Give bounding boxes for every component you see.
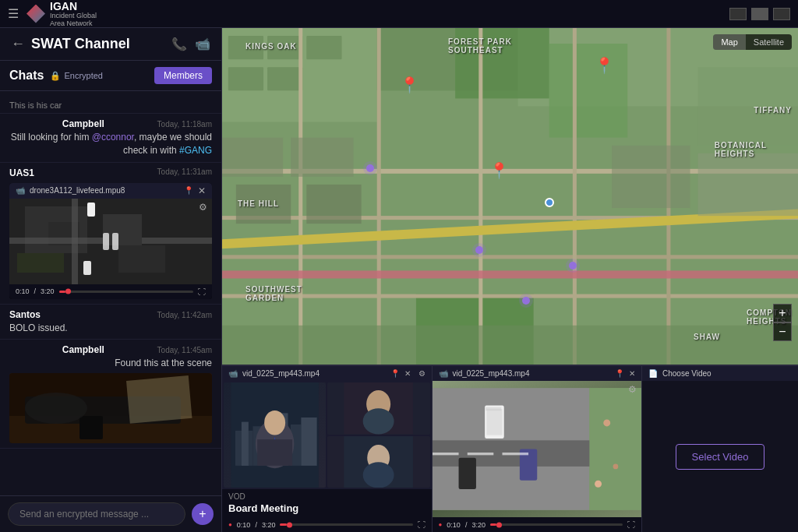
- window-btn-2[interactable]: [751, 8, 768, 20]
- msg-meta: Campbell Today, 11:18am: [9, 118, 212, 129]
- progress-bar-1[interactable]: [280, 523, 412, 526]
- map-area[interactable]: KINGS OAK FOREST PARKSOUTHEAST BOTANICAL…: [222, 28, 798, 365]
- district-southwest-garden: SOUTHWESTGARDEN: [245, 285, 302, 302]
- expand-icon-2[interactable]: ⛶: [627, 520, 635, 529]
- settings-icon[interactable]: ⚙: [199, 202, 207, 213]
- pin-purple-1[interactable]: [366, 164, 374, 172]
- settings-icon-2[interactable]: ⚙: [628, 384, 637, 395]
- close-icon-1[interactable]: ✕: [404, 369, 411, 378]
- record-dot-2: ●: [439, 521, 443, 528]
- channel-title: SWAT Channel: [31, 36, 165, 52]
- close-icon-2[interactable]: ✕: [629, 369, 635, 378]
- file-icon: 📄: [648, 369, 658, 378]
- members-button[interactable]: Members: [154, 67, 212, 84]
- video-thumb-img: ⚙: [9, 199, 212, 284]
- choose-video-header: 📄 Choose Video: [642, 366, 798, 381]
- uas-sender: UAS1: [9, 167, 34, 178]
- svg-rect-5: [17, 253, 64, 273]
- video-strip: 📹 vid_0225_mp443.mp4 📍 ✕ ⚙ 0:13: [222, 365, 798, 532]
- svg-rect-8: [87, 203, 95, 217]
- svg-rect-30: [222, 255, 798, 259]
- svg-rect-4: [72, 199, 78, 284]
- district-tiffany: TIFFANY: [754, 106, 792, 115]
- back-button[interactable]: ←: [11, 36, 25, 52]
- svg-rect-25: [306, 36, 341, 59]
- video-panel-1-header: 📹 vid_0225_mp443.mp4 📍 ✕ ⚙: [222, 366, 432, 381]
- svg-rect-26: [228, 67, 263, 90]
- progress-fill: [59, 291, 66, 293]
- map-svg: [222, 28, 798, 365]
- meeting-grid: [222, 381, 432, 489]
- lock-icon: 🔒: [50, 71, 61, 81]
- speaker2-svg: [327, 382, 429, 435]
- pin-red-1[interactable]: 📍: [400, 76, 419, 94]
- pin-blue-dot[interactable]: [545, 198, 554, 207]
- svg-rect-40: [306, 185, 361, 224]
- aerial-view: ⚙: [433, 381, 642, 517]
- chats-bar: Chats 🔒 Encrypted Members: [0, 61, 221, 91]
- pin-purple-4[interactable]: [522, 297, 530, 305]
- svg-rect-43: [612, 146, 690, 208]
- progress-bar[interactable]: [59, 291, 193, 293]
- svg-rect-7: [118, 245, 165, 273]
- select-area: Select Video: [642, 381, 798, 532]
- select-video-button[interactable]: Select Video: [676, 444, 765, 470]
- message-input[interactable]: [8, 502, 185, 526]
- svg-rect-21: [549, 44, 627, 138]
- video-icon-1: 📹: [228, 369, 238, 378]
- hamburger-icon[interactable]: ☰: [8, 6, 19, 21]
- svg-rect-45: [698, 153, 798, 216]
- map-type-satellite[interactable]: Satellite: [746, 34, 792, 50]
- video-controls-1: ● 0:10 / 3:20 ⛶: [222, 517, 432, 532]
- zoom-out-button[interactable]: −: [773, 322, 792, 341]
- svg-rect-49: [242, 422, 249, 466]
- santos-time: Today, 11:42am: [157, 311, 212, 319]
- settings-icon-1[interactable]: ⚙: [418, 369, 425, 378]
- video-filename-1: vid_0225_mp443.mp4: [242, 369, 320, 378]
- window-controls: [729, 8, 790, 20]
- progress-bar-2[interactable]: [490, 523, 623, 526]
- record-dot-1: ●: [228, 521, 232, 528]
- aerial-svg: [433, 381, 642, 517]
- message-group: Campbell Today, 11:18am Still looking fo…: [0, 114, 221, 163]
- brand-name: IGAN: [50, 0, 97, 12]
- svg-rect-57: [257, 439, 292, 466]
- input-area: +: [0, 495, 221, 532]
- pin-purple-2[interactable]: [475, 246, 483, 254]
- messages-area[interactable]: This is his car Campbell Today, 11:18am …: [0, 91, 221, 495]
- zoom-in-button[interactable]: +: [773, 304, 792, 322]
- svg-rect-53: [301, 417, 316, 466]
- video-controls: 0:10 / 3:20 ⛶: [9, 284, 212, 299]
- video-panel-1: 📹 vid_0225_mp443.mp4 📍 ✕ ⚙ 0:13: [222, 366, 433, 532]
- svg-point-77: [613, 464, 618, 470]
- district-forest-park: FOREST PARKSOUTHEAST: [448, 37, 512, 55]
- window-btn-1[interactable]: [729, 8, 747, 20]
- chats-label: Chats: [9, 69, 44, 83]
- svg-rect-13: [79, 416, 103, 439]
- expand-icon[interactable]: ⛶: [198, 287, 206, 296]
- pin-red-2[interactable]: 📍: [595, 56, 614, 75]
- encrypted-badge: 🔒 Encrypted: [50, 71, 103, 81]
- pin-red-3[interactable]: 📍: [489, 161, 509, 180]
- video-icon-2: 📹: [439, 369, 448, 378]
- close-icon[interactable]: ✕: [198, 185, 206, 196]
- santos-meta: Santos Today, 11:42am: [9, 309, 212, 320]
- send-button[interactable]: +: [192, 503, 214, 525]
- video-call-icon[interactable]: 📹: [195, 37, 210, 51]
- time-total: 3:20: [41, 287, 55, 295]
- logo-diamond: [26, 5, 45, 23]
- video-main-content-2: ⚙: [433, 381, 642, 517]
- uas-time: Today, 11:31am: [157, 167, 212, 178]
- svg-rect-35: [573, 28, 577, 365]
- svg-rect-15: [126, 375, 192, 424]
- progress-dot: [65, 289, 71, 294]
- phone-icon[interactable]: 📞: [171, 37, 187, 51]
- window-btn-3[interactable]: [773, 8, 790, 20]
- expand-icon-1[interactable]: ⛶: [418, 520, 425, 529]
- map-type-map[interactable]: Map: [713, 34, 745, 50]
- choose-video-label: Choose Video: [662, 369, 711, 378]
- svg-rect-31: [222, 294, 798, 298]
- district-shaw: SHAW: [694, 333, 720, 341]
- encrypted-label: Encrypted: [64, 71, 103, 80]
- pin-purple-3[interactable]: [569, 262, 577, 270]
